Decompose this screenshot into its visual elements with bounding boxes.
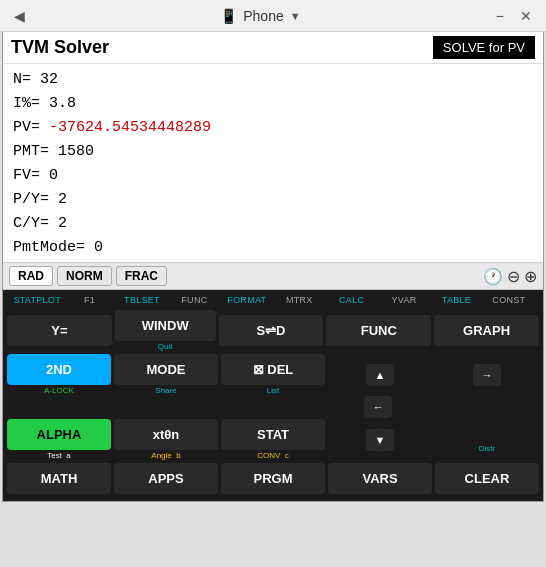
sec-calc: CALC — [325, 295, 377, 305]
calculator-window: TVM Solver SOLVE for PV N= 32 I%= 3.8 PV… — [2, 32, 544, 502]
math-button[interactable]: MATH — [7, 463, 111, 494]
mode-sub-label: Share — [155, 386, 176, 395]
secondary-labels-row: STATPLOT F1 TBLSET FUNC FORMAT MTRX CALC… — [7, 293, 539, 307]
sec-format: FORMAT — [221, 295, 273, 305]
sec-table: TABLE — [430, 295, 482, 305]
display-row-i: I%= 3.8 — [13, 92, 533, 116]
close-button[interactable]: ✕ — [514, 6, 538, 26]
display-row-cy: C/Y= 2 — [13, 212, 533, 236]
y-equals-button[interactable]: Y= — [7, 315, 112, 346]
graph-button[interactable]: GRAPH — [434, 315, 539, 346]
tvm-header: TVM Solver SOLVE for PV — [3, 32, 543, 64]
sec-yvar: YVAR — [378, 295, 430, 305]
display-row-n: N= 32 — [13, 68, 533, 92]
minimize-button[interactable]: − — [490, 6, 510, 26]
left-arrow-button[interactable]: ← — [364, 396, 392, 418]
clear-button[interactable]: CLEAR — [435, 463, 539, 494]
display-row-pmtmode: PmtMode= 0 — [13, 236, 533, 260]
button-row-2: 2ND A-LOCK MODE Share ⊠ DEL List ▲ → — [7, 354, 539, 395]
display-area: N= 32 I%= 3.8 PV= -37624.54534448289 PMT… — [3, 64, 543, 263]
down-arrow-button[interactable]: ▼ — [366, 429, 394, 451]
zoom-out-button[interactable]: ⊖ — [507, 267, 520, 286]
up-arrow-button[interactable]: ▲ — [366, 364, 394, 386]
xtheta-sub: Angle b — [151, 451, 180, 460]
norm-button[interactable]: NORM — [57, 266, 112, 286]
apps-button[interactable]: APPS — [114, 463, 218, 494]
title-bar: ◀ 📱 Phone ▼ − ✕ — [0, 0, 546, 32]
2nd-sub-label: A-LOCK — [44, 386, 74, 395]
calc-controls: RAD NORM FRAC 🕐 ⊖ ⊕ — [3, 263, 543, 290]
phone-icon: 📱 — [220, 8, 237, 24]
right-arrow-button[interactable]: → — [473, 364, 501, 386]
window-button[interactable]: WINDW — [115, 310, 216, 341]
xtheta-button[interactable]: xtθn — [114, 419, 218, 450]
display-row-pmt: PMT= 1580 — [13, 140, 533, 164]
rad-button[interactable]: RAD — [9, 266, 53, 286]
frac-button[interactable]: FRAC — [116, 266, 167, 286]
sec-f1: F1 — [63, 295, 115, 305]
button-row-4: MATH APPS PRGM VARS CLEAR — [7, 463, 539, 494]
button-row-1: Y= WINDW Quit S⇌D FUNC GRAPH — [7, 310, 539, 351]
tvm-title: TVM Solver — [11, 37, 109, 58]
button-row-3: ALPHA Test a xtθn Angle b STAT CONV c ▼ … — [7, 419, 539, 460]
2nd-button[interactable]: 2ND — [7, 354, 111, 385]
display-row-pv: PV= -37624.54534448289 — [13, 116, 533, 140]
alpha-sub: Test a — [47, 451, 71, 460]
stat-button[interactable]: STAT — [221, 419, 325, 450]
sec-mtrx: MTRX — [273, 295, 325, 305]
func-button[interactable]: FUNC — [326, 315, 431, 346]
s-d-button[interactable]: S⇌D — [219, 315, 324, 346]
prgm-button[interactable]: PRGM — [221, 463, 325, 494]
stat-sub: CONV c — [257, 451, 289, 460]
mode-button[interactable]: MODE — [114, 354, 218, 385]
del-button[interactable]: ⊠ DEL — [221, 354, 325, 385]
calc-body: STATPLOT F1 TBLSET FUNC FORMAT MTRX CALC… — [3, 290, 543, 501]
sec-tblset: TBLSET — [116, 295, 168, 305]
back-button[interactable]: ◀ — [8, 6, 31, 26]
zoom-in-button[interactable]: ⊕ — [524, 267, 537, 286]
vars-button[interactable]: VARS — [328, 463, 432, 494]
sec-func: FUNC — [168, 295, 220, 305]
display-row-py: P/Y= 2 — [13, 188, 533, 212]
window-title: Phone — [243, 8, 283, 24]
left-arrow-row: ← — [7, 396, 539, 418]
window-sub-label: Quit — [158, 342, 173, 351]
display-row-fv: FV= 0 — [13, 164, 533, 188]
history-button[interactable]: 🕐 — [483, 267, 503, 286]
alpha-button[interactable]: ALPHA — [7, 419, 111, 450]
distr-sub: Distr — [479, 444, 495, 453]
sec-const: CONST — [483, 295, 535, 305]
solve-button[interactable]: SOLVE for PV — [433, 36, 535, 59]
del-sub-label: List — [267, 386, 279, 395]
sec-statplot: STATPLOT — [11, 295, 63, 305]
dropdown-icon[interactable]: ▼ — [290, 10, 301, 22]
